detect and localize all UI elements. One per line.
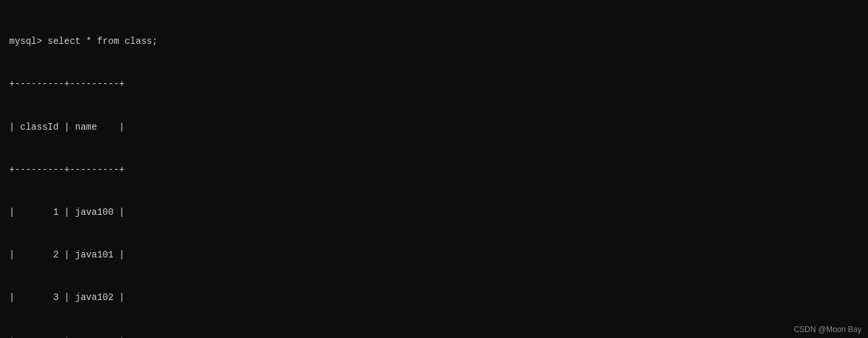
terminal-output: mysql> select * from class; +---------+-… — [0, 0, 868, 338]
line-7: | 3 | java102 | — [9, 291, 859, 305]
line-6: | 2 | java101 | — [9, 248, 859, 263]
line-8: +---------+---------+ — [9, 333, 859, 338]
line-5: | 1 | java100 | — [9, 206, 859, 220]
line-1: mysql> select * from class; — [9, 35, 859, 49]
line-4: +---------+---------+ — [9, 163, 859, 178]
line-3: | classId | name | — [9, 121, 859, 135]
line-2: +---------+---------+ — [9, 77, 859, 92]
watermark-text: CSDN @Moon Bay — [793, 325, 861, 334]
